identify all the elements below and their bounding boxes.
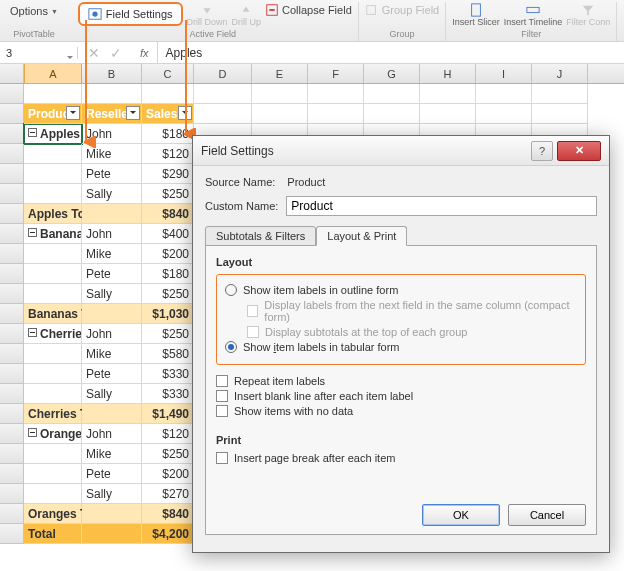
col-header-c[interactable]: C [142, 64, 194, 83]
name-box[interactable]: 3 [0, 47, 78, 59]
cell[interactable]: Bananas [24, 224, 82, 244]
confirm-icon[interactable]: ✓ [110, 45, 122, 61]
cell[interactable]: $250 [142, 444, 194, 464]
cell[interactable]: Cherries Total [24, 404, 82, 424]
cell[interactable]: Reseller [82, 104, 142, 124]
cell[interactable]: $200 [142, 464, 194, 484]
custom-name-input[interactable] [286, 196, 597, 216]
cell[interactable]: Total [24, 524, 82, 544]
cell[interactable] [532, 84, 588, 104]
collapse-field-button[interactable]: Collapse Field [265, 2, 352, 18]
cell[interactable] [24, 464, 82, 484]
cell[interactable] [24, 344, 82, 364]
cell[interactable] [476, 84, 532, 104]
cell[interactable]: Pete [82, 464, 142, 484]
cell[interactable]: Oranges [24, 424, 82, 444]
cell[interactable] [420, 104, 476, 124]
cell[interactable]: Mike [82, 244, 142, 264]
cell[interactable]: John [82, 424, 142, 444]
cell[interactable]: Cherries [24, 324, 82, 344]
cell[interactable]: $840 [142, 204, 194, 224]
cell[interactable] [24, 84, 82, 104]
cell[interactable] [252, 104, 308, 124]
cell[interactable] [82, 84, 142, 104]
filter-dropdown-icon[interactable] [178, 106, 192, 120]
cell[interactable]: $1,030 [142, 304, 194, 324]
col-header-j[interactable]: J [532, 64, 588, 83]
cell[interactable]: Sales [142, 104, 194, 124]
cell[interactable]: $120 [142, 144, 194, 164]
cell[interactable]: Mike [82, 344, 142, 364]
cell[interactable]: Sally [82, 384, 142, 404]
cell[interactable] [82, 524, 142, 544]
cell[interactable]: $290 [142, 164, 194, 184]
cell[interactable] [24, 384, 82, 404]
col-header-e[interactable]: E [252, 64, 308, 83]
cell[interactable]: $250 [142, 184, 194, 204]
dialog-titlebar[interactable]: Field Settings ? ✕ [193, 136, 609, 166]
cell[interactable]: $180 [142, 124, 194, 144]
cell[interactable] [24, 164, 82, 184]
cell[interactable]: $400 [142, 224, 194, 244]
collapse-icon[interactable] [28, 128, 37, 137]
cell[interactable]: Sally [82, 484, 142, 504]
cell[interactable] [142, 84, 194, 104]
cell[interactable]: Mike [82, 144, 142, 164]
cell[interactable]: John [82, 124, 142, 144]
cell[interactable]: $270 [142, 484, 194, 504]
options-button[interactable]: Options▼ [4, 2, 64, 20]
cancel-button[interactable]: Cancel [508, 504, 586, 526]
option-outline-form[interactable]: Show item labels in outline form [225, 284, 577, 296]
cell[interactable]: Bananas Total [24, 304, 82, 324]
cell[interactable]: Sally [82, 184, 142, 204]
checkbox-no-data[interactable]: Show items with no data [216, 405, 586, 417]
col-header-g[interactable]: G [364, 64, 420, 83]
cell[interactable]: $120 [142, 424, 194, 444]
col-header-a[interactable]: A [24, 64, 82, 83]
cell[interactable] [308, 104, 364, 124]
cell[interactable] [24, 364, 82, 384]
cell[interactable] [24, 244, 82, 264]
cell[interactable] [82, 504, 142, 524]
cell[interactable]: $330 [142, 384, 194, 404]
cell[interactable] [308, 84, 364, 104]
col-header-h[interactable]: H [420, 64, 476, 83]
cell[interactable]: $250 [142, 324, 194, 344]
cell[interactable] [476, 104, 532, 124]
field-settings-button[interactable]: Field Settings [78, 2, 183, 26]
cell[interactable]: Pete [82, 264, 142, 284]
cell[interactable]: $1,490 [142, 404, 194, 424]
checkbox-repeat-labels[interactable]: Repeat item labels [216, 375, 586, 387]
cell[interactable] [24, 144, 82, 164]
dialog-help-button[interactable]: ? [531, 141, 553, 161]
cell[interactable] [364, 104, 420, 124]
cell[interactable]: $200 [142, 244, 194, 264]
checkbox-page-break[interactable]: Insert page break after each item [216, 452, 586, 464]
cell[interactable] [532, 104, 588, 124]
cell[interactable] [82, 404, 142, 424]
col-header-i[interactable]: I [476, 64, 532, 83]
cell[interactable]: $250 [142, 284, 194, 304]
col-header-d[interactable]: D [194, 64, 252, 83]
cell[interactable]: Oranges Total [24, 504, 82, 524]
dialog-close-button[interactable]: ✕ [557, 141, 601, 161]
checkbox-blank-line[interactable]: Insert blank line after each item label [216, 390, 586, 402]
cell[interactable]: Pete [82, 364, 142, 384]
cell[interactable]: Apples Total [24, 204, 82, 224]
tab-layout-print[interactable]: Layout & Print [316, 226, 407, 246]
col-header-b[interactable]: B [82, 64, 142, 83]
tab-subtotals-filters[interactable]: Subtotals & Filters [205, 226, 316, 246]
cell[interactable] [24, 264, 82, 284]
cell[interactable]: $580 [142, 344, 194, 364]
cell[interactable] [194, 84, 252, 104]
cell[interactable]: John [82, 324, 142, 344]
ok-button[interactable]: OK [422, 504, 500, 526]
cell[interactable] [194, 104, 252, 124]
cell[interactable] [82, 204, 142, 224]
cell[interactable] [420, 84, 476, 104]
cell[interactable] [24, 444, 82, 464]
collapse-icon[interactable] [28, 228, 37, 237]
fx-label[interactable]: fx [132, 42, 158, 63]
cell[interactable]: Sally [82, 284, 142, 304]
collapse-icon[interactable] [28, 428, 37, 437]
